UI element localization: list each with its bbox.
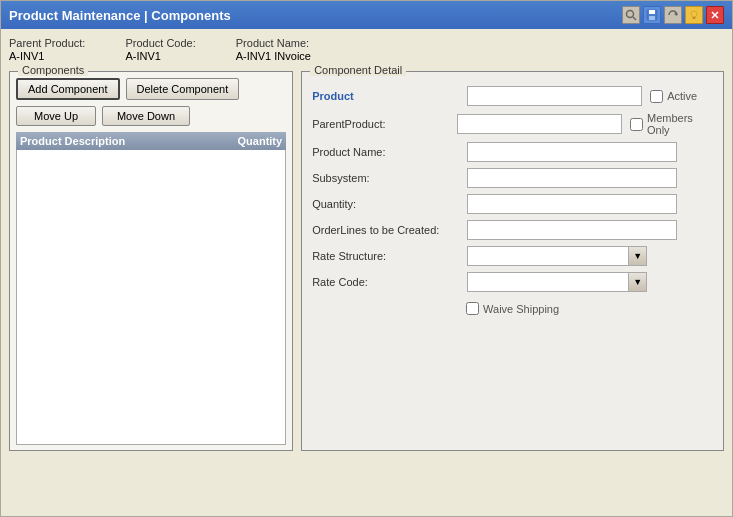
form-grid: Product Active ParentProduct:: [312, 86, 713, 292]
subsystem-row: Subsystem:: [312, 168, 713, 188]
product-name-row: Product Name:: [312, 142, 713, 162]
rate-code-field-label: Rate Code:: [312, 276, 467, 288]
save-icon[interactable]: [643, 6, 661, 24]
waive-shipping-checkbox-row: Waive Shipping: [466, 302, 559, 315]
active-checkbox[interactable]: [650, 90, 663, 103]
svg-point-6: [691, 11, 697, 17]
product-code-field: Product Code: A-INV1: [125, 37, 195, 63]
rate-code-row: Rate Code: ▼: [312, 272, 713, 292]
rate-structure-input-group: ▼: [467, 246, 647, 266]
main-window: Product Maintenance | Components Paren: [0, 0, 733, 517]
waive-shipping-row: Waive Shipping: [312, 302, 713, 315]
window-title: Product Maintenance | Components: [9, 8, 231, 23]
product-name-field: Product Name: A-INV1 INvoice: [236, 37, 311, 63]
move-up-button[interactable]: Move Up: [16, 106, 96, 126]
info-row: Parent Product: A-INV1 Product Code: A-I…: [9, 37, 724, 63]
parent-product-field: Parent Product: A-INV1: [9, 37, 85, 63]
components-list[interactable]: [16, 150, 286, 445]
members-only-label: Members Only: [647, 112, 713, 136]
parent-product-value: A-INV1: [9, 50, 44, 62]
product-name-value: A-INV1 INvoice: [236, 50, 311, 62]
quantity-field-label: Quantity:: [312, 198, 467, 210]
product-row: Product Active: [312, 86, 713, 106]
rate-structure-row: Rate Structure: ▼: [312, 246, 713, 266]
parent-product-field-label: ParentProduct:: [312, 118, 457, 130]
close-icon[interactable]: [706, 6, 724, 24]
main-panels: Components Add Component Delete Componen…: [9, 71, 724, 451]
subsystem-input[interactable]: [467, 168, 677, 188]
quantity-input[interactable]: [467, 194, 677, 214]
search-icon[interactable]: [622, 6, 640, 24]
parent-product-input[interactable]: [457, 114, 622, 134]
parent-product-label: Parent Product:: [9, 37, 85, 49]
lightbulb-icon[interactable]: [685, 6, 703, 24]
svg-point-0: [627, 11, 634, 18]
rate-structure-dropdown-arrow[interactable]: ▼: [629, 246, 647, 266]
components-panel: Components Add Component Delete Componen…: [9, 71, 293, 451]
members-only-checkbox-row: Members Only: [630, 112, 713, 136]
components-panel-label: Components: [18, 64, 88, 76]
rate-code-dropdown-arrow[interactable]: ▼: [629, 272, 647, 292]
col-description-header: Product Description: [20, 135, 222, 147]
rate-code-input-group: ▼: [467, 272, 647, 292]
active-checkbox-group: Active: [650, 90, 697, 103]
delete-component-button[interactable]: Delete Component: [126, 78, 240, 100]
orderlines-input[interactable]: [467, 220, 677, 240]
product-name-field-label: Product Name:: [312, 146, 467, 158]
list-header: Product Description Quantity: [16, 132, 286, 150]
svg-line-1: [633, 17, 636, 20]
product-input[interactable]: [467, 86, 642, 106]
orderlines-field-label: OrderLines to be Created:: [312, 224, 467, 236]
product-name-label: Product Name:: [236, 37, 311, 49]
members-only-checkbox-group: Members Only: [630, 112, 713, 136]
move-down-button[interactable]: Move Down: [102, 106, 190, 126]
product-code-label: Product Code:: [125, 37, 195, 49]
add-component-button[interactable]: Add Component: [16, 78, 120, 100]
svg-rect-3: [649, 10, 655, 14]
product-field-label: Product: [312, 90, 467, 102]
detail-panel: Component Detail Product Active: [301, 71, 724, 451]
col-quantity-header: Quantity: [222, 135, 282, 147]
product-name-input[interactable]: [467, 142, 677, 162]
title-bar: Product Maintenance | Components: [1, 1, 732, 29]
parent-product-row: ParentProduct: Members Only: [312, 112, 713, 136]
svg-rect-7: [693, 17, 696, 19]
rate-code-input[interactable]: [467, 272, 629, 292]
top-button-row: Add Component Delete Component: [16, 78, 286, 100]
active-checkbox-row: Active: [650, 90, 697, 103]
active-label: Active: [667, 90, 697, 102]
orderlines-row: OrderLines to be Created:: [312, 220, 713, 240]
product-code-value: A-INV1: [125, 50, 160, 62]
rate-structure-input[interactable]: [467, 246, 629, 266]
detail-panel-label: Component Detail: [310, 64, 406, 76]
svg-rect-4: [649, 16, 655, 20]
waive-shipping-label: Waive Shipping: [483, 303, 559, 315]
subsystem-field-label: Subsystem:: [312, 172, 467, 184]
refresh-icon[interactable]: [664, 6, 682, 24]
waive-shipping-checkbox[interactable]: [466, 302, 479, 315]
members-only-checkbox[interactable]: [630, 118, 643, 131]
content-area: Parent Product: A-INV1 Product Code: A-I…: [1, 29, 732, 516]
toolbar-icons: [622, 6, 724, 24]
quantity-row: Quantity:: [312, 194, 713, 214]
rate-structure-field-label: Rate Structure:: [312, 250, 467, 262]
move-button-row: Move Up Move Down: [16, 106, 286, 126]
